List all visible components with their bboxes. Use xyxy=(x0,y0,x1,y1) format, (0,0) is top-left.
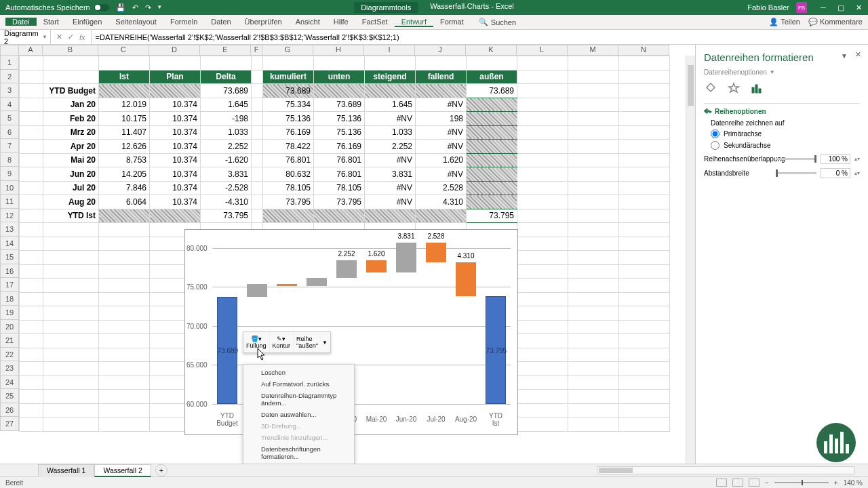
cell[interactable]: 10.374 xyxy=(150,167,201,182)
row-header[interactable]: 10 xyxy=(0,181,19,195)
cell[interactable] xyxy=(568,306,619,321)
cell[interactable] xyxy=(20,125,43,140)
cell[interactable]: 10.175 xyxy=(99,112,150,126)
cell[interactable] xyxy=(20,140,43,154)
row-header[interactable]: 8 xyxy=(0,153,19,167)
cell[interactable]: 76.801 xyxy=(314,167,365,182)
cell[interactable] xyxy=(568,70,619,84)
cell[interactable] xyxy=(517,181,568,195)
cell[interactable] xyxy=(43,223,99,237)
cell[interactable] xyxy=(619,334,670,348)
cell[interactable] xyxy=(314,56,365,70)
gap-slider[interactable] xyxy=(776,172,816,174)
cell[interactable]: 11.407 xyxy=(99,125,150,140)
cell[interactable]: kumuliert xyxy=(263,70,314,84)
cell[interactable]: 2.528 xyxy=(416,181,467,195)
cell[interactable] xyxy=(619,181,670,195)
cell[interactable] xyxy=(619,56,670,70)
cell[interactable] xyxy=(568,181,619,195)
cell[interactable] xyxy=(568,251,619,265)
cell[interactable]: Plan xyxy=(150,70,201,84)
cell[interactable]: außen xyxy=(467,70,517,84)
cell[interactable] xyxy=(619,125,670,140)
cell[interactable] xyxy=(99,403,150,418)
cell[interactable]: 10.374 xyxy=(150,98,201,112)
cell[interactable] xyxy=(568,292,619,306)
section-label[interactable]: Reihenoptionen xyxy=(715,108,766,115)
select-all-corner[interactable] xyxy=(0,45,19,56)
cell[interactable] xyxy=(252,112,263,126)
cell[interactable] xyxy=(517,209,568,223)
cell[interactable] xyxy=(568,195,619,209)
cell[interactable] xyxy=(20,56,43,70)
cell[interactable] xyxy=(517,251,568,265)
cell[interactable] xyxy=(252,70,263,84)
cell[interactable] xyxy=(568,334,619,348)
cell[interactable] xyxy=(619,237,670,251)
cell[interactable]: 3.831 xyxy=(201,167,252,182)
cell[interactable]: 7.846 xyxy=(99,181,150,195)
cell[interactable] xyxy=(20,237,43,251)
save-icon[interactable]: 💾 xyxy=(116,3,125,12)
qat-more-icon[interactable]: ▾ xyxy=(158,3,161,12)
cell[interactable]: -2.528 xyxy=(201,181,252,195)
cell[interactable]: 78.422 xyxy=(263,140,314,154)
pane-subtitle[interactable]: Datenreihenoptionen xyxy=(704,68,767,76)
cell[interactable] xyxy=(517,348,568,362)
cell[interactable]: 75.334 xyxy=(263,98,314,112)
cell[interactable]: 73.795 xyxy=(263,195,314,209)
cell[interactable] xyxy=(252,84,263,98)
cell[interactable] xyxy=(263,56,314,70)
cell[interactable]: #NV xyxy=(416,140,467,154)
cell[interactable] xyxy=(568,223,619,237)
tab-datei[interactable]: Datei xyxy=(5,18,37,26)
cell[interactable]: 76.801 xyxy=(314,153,365,167)
bar-fallend[interactable]: 2.528 xyxy=(426,243,447,262)
cell[interactable] xyxy=(99,320,150,334)
cell[interactable] xyxy=(99,264,150,279)
cell[interactable] xyxy=(517,279,568,293)
zoom-in-icon[interactable]: + xyxy=(834,479,838,487)
menu-item[interactable]: Daten auswählen... xyxy=(243,409,354,420)
cell[interactable]: Feb 20 xyxy=(43,112,99,126)
cell[interactable] xyxy=(467,140,517,154)
cell[interactable] xyxy=(20,320,43,334)
cell[interactable] xyxy=(43,237,99,251)
zoom-slider[interactable] xyxy=(774,482,829,483)
col-header[interactable]: G xyxy=(262,45,313,56)
cell[interactable] xyxy=(252,98,263,112)
row-header[interactable]: 20 xyxy=(0,320,19,334)
cell[interactable] xyxy=(568,320,619,334)
cell[interactable] xyxy=(517,264,568,279)
cell[interactable]: steigend xyxy=(365,70,416,84)
maximize-icon[interactable]: ▢ xyxy=(837,3,845,12)
gap-value[interactable]: 0 % xyxy=(821,168,850,178)
tab-factset[interactable]: FactSet xyxy=(355,18,395,26)
cell[interactable] xyxy=(467,56,517,70)
user-name[interactable]: Fabio Basler xyxy=(747,3,789,12)
row-header[interactable]: 11 xyxy=(0,195,19,209)
avatar[interactable]: FB xyxy=(796,2,807,13)
cell[interactable] xyxy=(252,140,263,154)
cell[interactable]: 14.205 xyxy=(99,167,150,182)
cell[interactable] xyxy=(43,279,99,293)
cell[interactable] xyxy=(263,209,314,223)
row-header[interactable]: 19 xyxy=(0,306,19,320)
zoom-level[interactable]: 140 % xyxy=(844,479,863,487)
cell[interactable] xyxy=(467,153,517,167)
row-header[interactable]: 21 xyxy=(0,333,19,348)
col-header[interactable]: H xyxy=(313,45,364,56)
cell[interactable]: 3.831 xyxy=(365,167,416,182)
cell[interactable] xyxy=(517,223,568,237)
share-button[interactable]: 👤 Teilen xyxy=(769,18,800,26)
cell[interactable] xyxy=(619,418,670,432)
cell[interactable]: 10.374 xyxy=(150,181,201,195)
cell[interactable] xyxy=(20,223,43,237)
cell[interactable]: Ist xyxy=(99,70,150,84)
cell[interactable] xyxy=(150,209,201,223)
cell[interactable] xyxy=(568,279,619,293)
tab-daten[interactable]: Daten xyxy=(204,18,237,26)
cell[interactable] xyxy=(43,251,99,265)
cell[interactable]: 73.795 xyxy=(467,209,517,223)
cell[interactable] xyxy=(568,375,619,390)
